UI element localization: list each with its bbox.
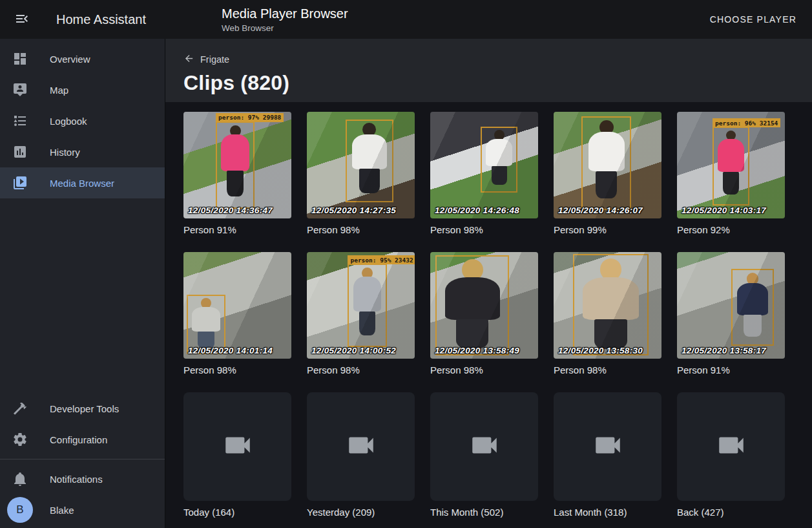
back-arrow-icon [183, 53, 194, 66]
clip-thumbnail: 12/05/2020 14:26:48 [430, 112, 538, 218]
person-silhouette [734, 273, 770, 343]
detection-bbox: person: 96% 32154 [713, 127, 749, 206]
clip-thumbnail: 12/05/2020 14:27:35 [307, 112, 415, 218]
sidebar-item-label: Map [50, 85, 68, 96]
top-app-bar: Home Assistant Media Player Browser Web … [0, 0, 812, 39]
sidebar-item-notifications[interactable]: Notifications [0, 463, 165, 494]
folder-card[interactable]: Today (164) [183, 392, 291, 518]
avatar: B [7, 497, 33, 523]
detection-bbox [573, 254, 649, 355]
clip-timestamp: 12/05/2020 14:26:07 [558, 206, 643, 215]
bell-icon [12, 471, 28, 487]
sidebar-item-overview[interactable]: Overview [0, 43, 165, 74]
clip-timestamp: 12/05/2020 13:58:49 [435, 346, 519, 355]
content-header: Frigate Clips (820) [165, 39, 812, 102]
person-silhouette [484, 130, 514, 189]
choose-player-button[interactable]: CHOOSE PLAYER [705, 0, 802, 39]
clip-thumbnail: 12/05/2020 13:58:49 [430, 252, 538, 359]
folder-card[interactable]: Back (427) [677, 392, 785, 518]
clip-caption: Person 98% [183, 364, 291, 375]
sidebar-user-row[interactable]: B Blake [0, 494, 165, 525]
sidebar-item-label: Logbook [50, 116, 87, 127]
breadcrumb-back-link[interactable]: Frigate [183, 53, 229, 66]
clip-card[interactable]: 12/05/2020 13:58:30Person 98% [554, 252, 661, 375]
folders-grid: Today (164)Yesterday (209)This Month (50… [183, 392, 812, 518]
video-camera-icon [468, 429, 501, 464]
sidebar-spacer [0, 198, 165, 393]
menu-open-icon [14, 11, 30, 28]
page-title: Clips (820) [183, 71, 812, 95]
user-name-label: Blake [50, 505, 74, 516]
clip-timestamp: 12/05/2020 14:00:52 [311, 346, 396, 355]
clip-caption: Person 98% [307, 224, 415, 235]
dashboard-icon [12, 51, 28, 67]
folder-card[interactable]: Yesterday (209) [307, 392, 415, 518]
sidebar-item-map[interactable]: Map [0, 74, 165, 105]
clip-caption: Person 92% [677, 224, 785, 235]
folder-label: Yesterday (209) [307, 507, 415, 518]
sidebar-item-developer-tools[interactable]: Developer Tools [0, 393, 165, 424]
video-camera-icon [345, 429, 377, 464]
clip-card[interactable]: 12/05/2020 14:27:35Person 98% [307, 112, 415, 235]
clip-card[interactable]: 12/05/2020 13:58:49Person 98% [430, 252, 538, 375]
folder-card[interactable]: This Month (502) [430, 392, 538, 518]
person-silhouette [349, 123, 389, 198]
clip-card[interactable]: person: 97% 2998812/05/2020 14:36:47Pers… [183, 112, 291, 235]
clip-caption: Person 99% [554, 224, 661, 235]
sidebar-item-history[interactable]: History [0, 136, 165, 167]
sidebar-item-media-browser[interactable]: Media Browser [0, 167, 165, 198]
person-silhouette [219, 125, 251, 205]
detection-bbox: person: 95% 23432 [348, 264, 386, 347]
folder-label: Back (427) [677, 507, 785, 518]
clip-thumbnail: person: 96% 3215412/05/2020 14:03:17 [677, 112, 785, 218]
folder-label: This Month (502) [430, 507, 538, 518]
clip-thumbnail: 12/05/2020 13:58:17 [677, 252, 785, 359]
map-account-icon [12, 82, 28, 98]
clip-timestamp: 12/05/2020 14:27:35 [311, 206, 396, 215]
sidebar-item-label: Overview [50, 54, 90, 65]
detection-bbox: person: 97% 29988 [216, 121, 255, 209]
app-title: Home Assistant [56, 12, 146, 27]
detection-label: person: 97% 29988 [216, 113, 284, 122]
folder-tile [677, 392, 785, 501]
clip-card[interactable]: 12/05/2020 14:01:14Person 98% [183, 252, 291, 375]
detection-bbox [581, 116, 631, 210]
clip-card[interactable]: 12/05/2020 14:26:48Person 98% [430, 112, 538, 235]
clip-card[interactable]: person: 95% 2343212/05/2020 14:00:52Pers… [307, 252, 415, 375]
sidebar-item-label: Configuration [50, 434, 107, 445]
clip-caption: Person 98% [430, 364, 538, 375]
sidebar-item-logbook[interactable]: Logbook [0, 105, 165, 136]
sidebar: OverviewMapLogbookHistoryMedia Browser D… [0, 39, 165, 528]
folder-card[interactable]: Last Month (318) [554, 392, 661, 518]
detection-bbox [481, 127, 517, 193]
folder-label: Today (164) [183, 507, 291, 518]
sidebar-item-configuration[interactable]: Configuration [0, 424, 165, 455]
clip-card[interactable]: person: 96% 3215412/05/2020 14:03:17Pers… [677, 112, 785, 235]
clip-caption: Person 91% [183, 224, 291, 235]
clip-thumbnail: 12/05/2020 13:58:30 [554, 252, 661, 359]
sidebar-divider [0, 459, 165, 459]
clip-caption: Person 98% [430, 224, 538, 235]
person-silhouette [579, 259, 643, 352]
clip-timestamp: 12/05/2020 13:58:17 [682, 346, 766, 355]
folder-label: Last Month (318) [554, 507, 661, 518]
detection-label: person: 96% 32154 [713, 118, 780, 127]
clip-thumbnail: person: 97% 2998812/05/2020 14:36:47 [183, 112, 291, 218]
main-content: Frigate Clips (820) person: 97% 2998812/… [165, 39, 812, 528]
clip-card[interactable]: 12/05/2020 14:26:07Person 99% [554, 112, 661, 235]
logbook-list-icon [12, 113, 28, 129]
hammer-icon [12, 401, 28, 416]
clip-caption: Person 98% [554, 364, 661, 375]
folder-tile [554, 392, 661, 501]
clip-caption: Person 98% [307, 364, 415, 375]
browser-subtitle: Web Browser [222, 23, 348, 33]
folder-tile [307, 392, 415, 501]
detection-bbox [435, 255, 509, 355]
media-browser-icon [12, 175, 28, 191]
clip-card[interactable]: 12/05/2020 13:58:17Person 91% [677, 252, 785, 375]
sidebar-item-label: Developer Tools [50, 403, 119, 414]
sidebar-toggle-button[interactable] [13, 10, 31, 28]
browser-title: Media Player Browser [222, 6, 348, 21]
person-silhouette [716, 131, 745, 202]
media-grid-area: person: 97% 2998812/05/2020 14:36:47Pers… [165, 102, 812, 528]
